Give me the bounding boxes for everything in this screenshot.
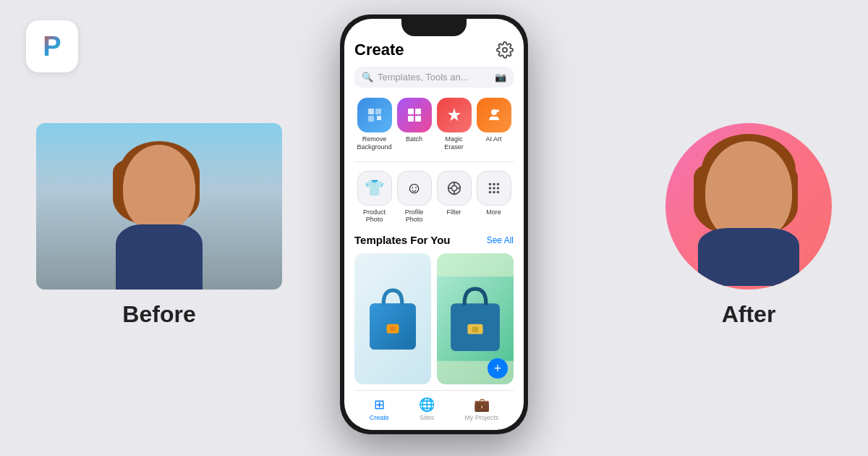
see-all-button[interactable]: See All — [487, 235, 514, 245]
template-cards: + — [354, 253, 514, 384]
svg-point-17 — [493, 182, 495, 185]
page-title: Create — [354, 41, 404, 59]
more-icon — [477, 171, 511, 206]
after-image — [665, 123, 832, 290]
projects-nav-icon: 💼 — [474, 397, 490, 413]
svg-point-0 — [503, 48, 507, 52]
profile-photo-icon: ☺ — [397, 171, 432, 206]
svg-point-24 — [496, 190, 499, 193]
phone-header: Create — [354, 41, 514, 59]
bag-illustration-1 — [354, 253, 431, 384]
tool-more[interactable]: More — [475, 171, 513, 224]
filter-icon — [437, 171, 472, 206]
nav-my-projects[interactable]: 💼 My Projects — [464, 397, 498, 421]
svg-rect-3 — [368, 116, 374, 122]
camera-icon: 📷 — [495, 72, 506, 83]
phone-outer: Create 🔍 Templates, Tools an... 📷 — [340, 14, 528, 434]
bottom-navigation: ⊞ Create 🌐 Sites 💼 My Projects — [354, 390, 514, 430]
tools-divider — [354, 161, 514, 162]
tools-row-1: RemoveBackground Batch — [354, 98, 514, 151]
search-icon: 🔍 — [362, 72, 373, 83]
product-photo-icon: 👕 — [357, 171, 392, 206]
before-image — [36, 123, 282, 290]
svg-point-11 — [451, 185, 456, 190]
template-card-2[interactable]: + — [437, 253, 514, 384]
template-card-1[interactable] — [354, 253, 431, 384]
svg-rect-1 — [368, 109, 374, 114]
projects-nav-label: My Projects — [464, 414, 498, 421]
magic-eraser-icon — [437, 98, 472, 132]
face — [123, 145, 195, 232]
search-placeholder: Templates, Tools an... — [378, 72, 490, 83]
svg-point-21 — [496, 187, 499, 190]
create-nav-label: Create — [370, 414, 389, 421]
svg-point-18 — [496, 182, 499, 185]
svg-point-16 — [488, 182, 491, 185]
svg-rect-32 — [472, 327, 478, 332]
nav-create[interactable]: ⊞ Create — [370, 397, 389, 421]
svg-rect-28 — [391, 326, 395, 331]
before-label: Before — [122, 301, 195, 328]
create-nav-icon: ⊞ — [374, 397, 385, 413]
remove-background-label: RemoveBackground — [357, 135, 391, 151]
body — [116, 224, 203, 290]
product-photo-label: ProductPhoto — [363, 208, 386, 224]
settings-icon[interactable] — [496, 41, 514, 59]
sites-nav-icon: 🌐 — [419, 397, 435, 413]
after-label: After — [722, 301, 776, 328]
tool-profile-photo[interactable]: ☺ ProfilePhoto — [396, 171, 433, 224]
ai-art-icon — [477, 98, 511, 132]
phone-notch — [401, 19, 467, 36]
batch-label: Batch — [406, 135, 422, 143]
svg-rect-7 — [415, 116, 421, 122]
tool-ai-art[interactable]: AI Art — [475, 98, 513, 151]
svg-point-22 — [488, 190, 491, 193]
svg-rect-5 — [415, 109, 421, 114]
svg-point-23 — [493, 190, 495, 193]
tool-magic-eraser[interactable]: MagicEraser — [435, 98, 473, 151]
ai-art-label: AI Art — [485, 135, 501, 143]
tool-filter[interactable]: Filter — [435, 171, 473, 224]
phone-screen: Create 🔍 Templates, Tools an... 📷 — [344, 19, 524, 430]
before-section: Before — [36, 123, 282, 328]
after-section: After — [665, 123, 832, 328]
after-person — [676, 127, 821, 286]
templates-header: Templates For You See All — [354, 234, 514, 246]
more-label: More — [486, 208, 501, 216]
phone-content: Create 🔍 Templates, Tools an... 📷 — [344, 19, 524, 430]
magic-eraser-label: MagicEraser — [444, 135, 464, 151]
logo-letter: P — [43, 31, 61, 62]
search-bar[interactable]: 🔍 Templates, Tools an... 📷 — [354, 67, 514, 88]
phone-mockup: Create 🔍 Templates, Tools an... 📷 — [340, 14, 528, 434]
remove-background-icon — [357, 98, 392, 132]
app-logo: P — [26, 20, 78, 72]
svg-point-8 — [491, 109, 497, 115]
tool-remove-background[interactable]: RemoveBackground — [356, 98, 393, 151]
svg-point-9 — [496, 109, 499, 112]
svg-point-20 — [493, 187, 495, 190]
tool-batch[interactable]: Batch — [396, 98, 433, 151]
svg-point-19 — [488, 187, 491, 190]
plus-button[interactable]: + — [488, 358, 508, 379]
tools-row-2: 👕 ProductPhoto ☺ ProfilePhoto — [354, 171, 514, 224]
svg-rect-4 — [408, 109, 414, 114]
tool-product-photo[interactable]: 👕 ProductPhoto — [356, 171, 393, 224]
templates-title: Templates For You — [354, 234, 451, 246]
nav-sites[interactable]: 🌐 Sites — [419, 397, 435, 421]
after-body — [698, 228, 799, 286]
sites-nav-label: Sites — [420, 414, 434, 421]
profile-photo-label: ProfilePhoto — [405, 208, 424, 224]
before-person — [94, 138, 224, 290]
svg-rect-6 — [408, 116, 414, 122]
batch-icon — [397, 98, 432, 132]
filter-label: Filter — [447, 208, 461, 216]
svg-rect-2 — [375, 109, 381, 114]
after-face — [705, 141, 792, 242]
